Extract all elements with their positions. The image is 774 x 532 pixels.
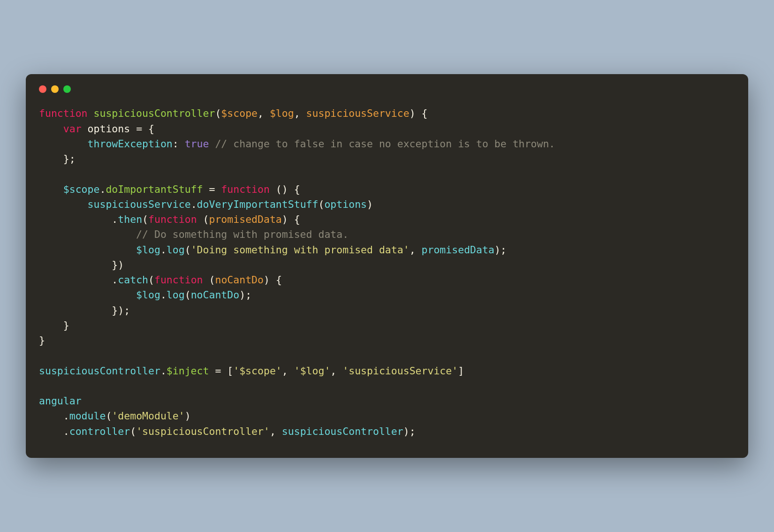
param-log: $log — [270, 107, 294, 119]
method-log: log — [167, 244, 185, 256]
prop-throw-exception: throwException — [88, 138, 173, 150]
log-obj: $log — [136, 244, 160, 256]
editor-window: function suspiciousController($scope, $l… — [26, 74, 748, 458]
scope-obj: $scope — [63, 183, 100, 195]
arg-controller: suspiciousController — [282, 426, 403, 437]
string-literal: 'demoModule' — [112, 410, 184, 422]
log-obj: $log — [136, 289, 160, 301]
param-service: suspiciousService — [306, 107, 410, 119]
param-no-cant-do: noCantDo — [215, 274, 264, 286]
string-literal: '$scope' — [233, 365, 282, 377]
string-literal: 'suspiciousService' — [342, 365, 458, 377]
maximize-icon[interactable] — [63, 85, 71, 93]
arg-options: options — [324, 198, 367, 210]
string-literal: 'suspiciousController' — [136, 426, 270, 437]
arg-promised-data: promisedData — [422, 244, 494, 256]
function-name: suspiciousController — [94, 107, 215, 119]
string-literal: 'Doing something with promised data' — [191, 244, 410, 256]
param-scope: $scope — [221, 107, 258, 119]
keyword-var: var — [63, 123, 82, 135]
method-do-very-important: doVeryImportantStuff — [197, 198, 319, 210]
keyword-function: function — [39, 107, 88, 119]
code-block: function suspiciousController($scope, $l… — [39, 106, 735, 439]
keyword-function: function — [148, 213, 197, 225]
angular-obj: angular — [39, 395, 82, 407]
method-catch: catch — [118, 274, 148, 286]
service-obj: suspiciousService — [88, 198, 191, 210]
bool-true: true — [185, 138, 209, 150]
comment: // Do something with promised data. — [136, 228, 349, 240]
method-controller: controller — [69, 426, 130, 437]
prop-do-important: doImportantStuff — [106, 183, 203, 195]
controller-obj: suspiciousController — [39, 365, 160, 377]
method-then: then — [118, 213, 142, 225]
keyword-function: function — [154, 274, 203, 286]
method-log: log — [167, 289, 185, 301]
arg-no-cant-do: noCantDo — [191, 289, 240, 301]
window-title-bar — [39, 85, 735, 93]
param-promised-data: promisedData — [209, 213, 281, 225]
prop-inject: $inject — [167, 365, 209, 377]
close-icon[interactable] — [39, 85, 46, 93]
method-module: module — [69, 410, 106, 422]
string-literal: '$log' — [294, 365, 331, 377]
var-options: options — [88, 123, 130, 135]
comment: // change to false in case no exception … — [215, 138, 555, 150]
keyword-function: function — [221, 183, 270, 195]
minimize-icon[interactable] — [51, 85, 59, 93]
